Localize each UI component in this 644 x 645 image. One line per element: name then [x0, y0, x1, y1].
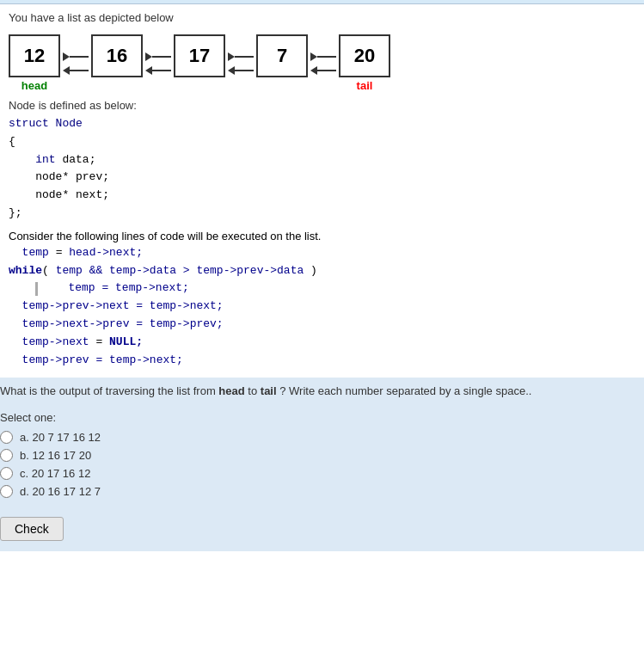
head-label: head [21, 79, 47, 92]
radio-a[interactable] [0, 431, 13, 444]
code-intro: Consider the following lines of code wil… [9, 230, 635, 243]
struct-line-3: int data; [9, 151, 635, 169]
option-a-label[interactable]: a. 20 7 17 16 12 [20, 431, 101, 444]
arrow-left-head-3 [228, 66, 235, 75]
node-box-12: 12 [9, 34, 60, 77]
code-line-5: temp->next = NULL; [9, 334, 635, 352]
check-button[interactable]: Check [0, 517, 64, 541]
option-d[interactable]: d. 20 16 17 12 7 [0, 485, 644, 498]
arrow-left-head-2 [145, 66, 152, 75]
question-text: What is the output of traversing the lis… [0, 384, 644, 397]
arrow-left-2 [145, 65, 171, 76]
struct-line-4: node* prev; [9, 169, 635, 187]
code-line-6: temp->prev = temp->next; [9, 352, 635, 370]
node-box-16: 16 [91, 34, 143, 77]
option-c[interactable]: c. 20 17 16 12 [0, 467, 644, 480]
code-line-1: temp = head->next; [9, 244, 635, 262]
node-box-20: 20 [339, 34, 390, 77]
radio-b[interactable] [0, 449, 13, 462]
node-7-label: . [280, 79, 284, 92]
node-7: 7 . [256, 34, 308, 92]
intro-text: You have a list as depicted below [9, 11, 635, 24]
arrow-right-1 [63, 52, 89, 62]
node-box-17: 17 [174, 34, 225, 77]
arrow-right-head-4 [310, 52, 317, 61]
radio-c[interactable] [0, 467, 13, 480]
arrow-line-4 [152, 70, 171, 71]
node-16-label: . [115, 79, 119, 92]
arrow-3 [225, 42, 256, 85]
option-d-label[interactable]: d. 20 16 17 12 7 [20, 485, 101, 498]
arrow-left-head [63, 66, 70, 75]
arrow-2 [143, 42, 174, 85]
arrow-left-4 [310, 65, 336, 76]
arrow-left-3 [228, 65, 254, 76]
radio-d[interactable] [0, 485, 13, 498]
arrow-right-3 [228, 52, 254, 62]
arrow-line-8 [317, 70, 336, 71]
option-b-label[interactable]: b. 12 16 17 20 [20, 449, 91, 462]
arrow-right-2 [145, 52, 171, 62]
struct-line-6: }; [9, 205, 635, 223]
arrow-1 [60, 42, 91, 85]
option-c-label[interactable]: c. 20 17 16 12 [20, 467, 90, 480]
arrow-right-head [63, 52, 70, 61]
arrow-4 [308, 42, 339, 85]
arrow-line-6 [235, 70, 254, 71]
node-12: 12 head [9, 34, 60, 92]
arrow-right-head-2 [145, 52, 152, 61]
arrow-right-4 [310, 52, 336, 62]
code-line-while: while( temp && temp->data > temp->prev->… [9, 262, 635, 280]
option-b[interactable]: b. 12 16 17 20 [0, 449, 644, 462]
node-box-7: 7 [256, 34, 308, 77]
struct-code: struct Node { int data; node* prev; node… [9, 115, 635, 223]
answer-section: Select one: a. 20 7 17 16 12 b. 12 16 17… [0, 404, 644, 551]
arrow-left-1 [63, 65, 89, 76]
code-lines: temp = head->next; while( temp && temp->… [9, 244, 635, 370]
struct-line-5: node* next; [9, 187, 635, 205]
select-label: Select one: [0, 411, 644, 424]
node-20: 20 tail [339, 34, 390, 92]
node-16: 16 . [91, 34, 143, 92]
node-definition-intro: Node is defined as below: [9, 99, 635, 112]
code-line-3: temp->prev->next = temp->next; [9, 298, 635, 316]
struct-line-1: struct Node [9, 115, 635, 133]
arrow-right-head-3 [228, 52, 235, 61]
question-section: What is the output of traversing the lis… [0, 378, 644, 404]
list-diagram: 12 head 16 . [9, 34, 635, 92]
tail-label: tail [357, 79, 373, 92]
option-a[interactable]: a. 20 7 17 16 12 [0, 431, 644, 444]
arrow-line-2 [70, 70, 89, 71]
node-17-label: . [198, 79, 201, 92]
node-17: 17 . [174, 34, 225, 92]
code-line-4: temp->next->prev = temp->prev; [9, 316, 635, 334]
code-line-indent: temp = temp->next; [9, 280, 635, 298]
struct-line-2: { [9, 133, 635, 151]
arrow-left-head-4 [310, 66, 317, 75]
